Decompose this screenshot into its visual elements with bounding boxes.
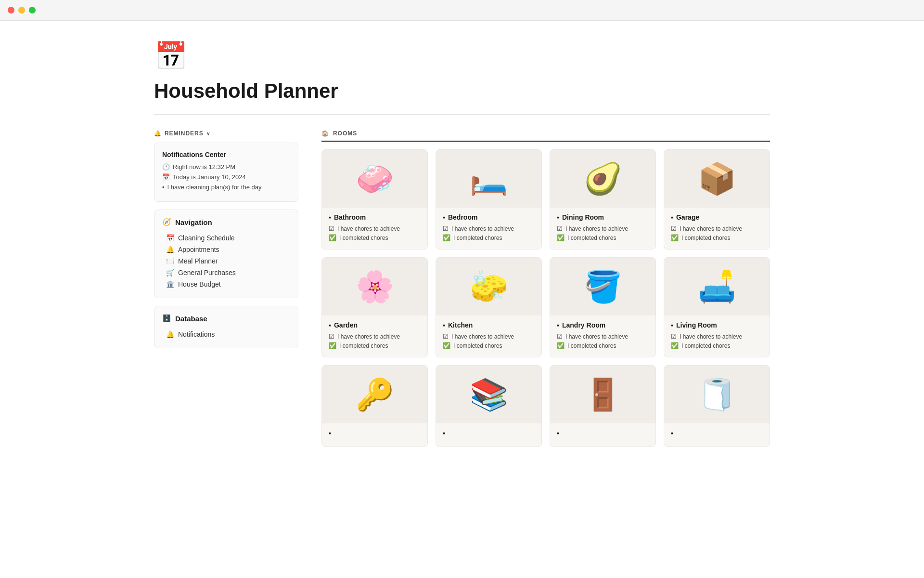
maximize-button[interactable] <box>29 7 36 13</box>
notifications-card: Notifications Center 🕐 Right now is 12:3… <box>154 143 298 202</box>
check-green-icon: ✅ <box>557 342 565 349</box>
landry-room-emoji: 🪣 <box>584 269 622 305</box>
kitchen-chores: ☑ I have chores to achieve <box>443 333 535 340</box>
rooms-header: 🏠 ROOMS <box>321 130 770 142</box>
room-card-garage-body: ▪ Garage ☑ I have chores to achieve ✅ I … <box>664 208 770 249</box>
room-icon: ▪ <box>671 213 673 221</box>
room-card-dining-room-body: ▪ Dining Room ☑ I have chores to achieve… <box>550 208 655 249</box>
rooms-section: 🏠 ROOMS 🧼 ▪ Bathroom ☑ <box>321 130 770 447</box>
bathroom-completed: ✅ I completed chores <box>329 234 421 241</box>
room-card-bathroom[interactable]: 🧼 ▪ Bathroom ☑ I have chores to achieve … <box>321 149 428 250</box>
living-room-completed: ✅ I completed chores <box>671 342 763 349</box>
room-icon: ▪ <box>671 321 673 329</box>
room-card-bathroom-title: ▪ Bathroom <box>329 213 421 221</box>
room-card-9[interactable]: 🔑 ▪ <box>321 365 428 447</box>
room-card-living-room-title: ▪ Living Room <box>671 321 763 329</box>
landry-room-completed: ✅ I completed chores <box>557 342 649 349</box>
minimize-button[interactable] <box>18 7 25 13</box>
page-icon: 📅 <box>154 40 770 72</box>
bedroom-emoji: 🛏️ <box>470 161 508 197</box>
room-card-9-title: ▪ <box>329 429 421 437</box>
living-room-emoji: 🛋️ <box>698 269 736 305</box>
room-card-landry-room-title: ▪ Landry Room <box>557 321 649 329</box>
room-card-kitchen[interactable]: 🧽 ▪ Kitchen ☑ I have chores to achieve ✅ <box>436 257 542 357</box>
page-divider <box>154 114 770 115</box>
room-card-garden[interactable]: 🌸 ▪ Garden ☑ I have chores to achieve ✅ <box>321 257 428 357</box>
room-card-10[interactable]: 📚 ▪ <box>436 365 542 447</box>
rooms-icon: 🏠 <box>321 130 329 137</box>
square-icon: ▪ <box>162 184 165 191</box>
meal-planner-icon: 🍽️ <box>166 257 174 265</box>
room-card-living-room[interactable]: 🛋️ ▪ Living Room ☑ I have chores to achi… <box>664 257 770 357</box>
calendar-icon: 📅 <box>162 173 170 181</box>
room-card-bathroom-body: ▪ Bathroom ☑ I have chores to achieve ✅ … <box>322 208 427 249</box>
rooms-label: ROOMS <box>333 130 357 137</box>
sidebar: 🔔 REMINDERS ∨ Notifications Center 🕐 Rig… <box>154 130 298 348</box>
room-icon: ▪ <box>329 213 331 221</box>
room-card-12-body: ▪ <box>664 423 770 447</box>
general-purchases-icon: 🛒 <box>166 269 174 276</box>
room-card-kitchen-body: ▪ Kitchen ☑ I have chores to achieve ✅ I… <box>436 315 541 357</box>
nav-item-notifications[interactable]: 🔔 Notifications <box>162 328 290 340</box>
room12-emoji: 🧻 <box>698 377 736 413</box>
room-icon: ▪ <box>329 321 331 329</box>
room-card-12-image: 🧻 <box>664 366 770 423</box>
nav-item-cleaning-schedule[interactable]: 📅 Cleaning Schedule <box>162 232 290 244</box>
room-card-12-title: ▪ <box>671 429 763 437</box>
garage-chores: ☑ I have chores to achieve <box>671 225 763 232</box>
room10-emoji: 📚 <box>470 377 508 413</box>
room-card-living-room-body: ▪ Living Room ☑ I have chores to achieve… <box>664 315 770 357</box>
room-card-bedroom-body: ▪ Bedroom ☑ I have chores to achieve ✅ I… <box>436 208 541 249</box>
nav-item-general-purchases[interactable]: 🛒 General Purchases <box>162 267 290 278</box>
room-icon: ▪ <box>557 429 559 437</box>
room-card-garden-title: ▪ Garden <box>329 321 421 329</box>
room-card-garden-body: ▪ Garden ☑ I have chores to achieve ✅ I … <box>322 315 427 357</box>
room-card-garage[interactable]: 📦 ▪ Garage ☑ I have chores to achieve ✅ <box>664 149 770 250</box>
garden-emoji: 🌸 <box>356 269 394 305</box>
room-card-10-title: ▪ <box>443 429 535 437</box>
room-icon: ▪ <box>557 213 559 221</box>
room-card-dining-room[interactable]: 🥑 ▪ Dining Room ☑ I have chores to achie… <box>550 149 656 250</box>
page-header: 📅 Household Planner <box>154 40 770 115</box>
checkbox-icon: ☑ <box>671 333 677 340</box>
chevron-down-icon: ∨ <box>206 131 210 136</box>
nav-item-appointments[interactable]: 🔔 Appointments <box>162 244 290 255</box>
appointments-icon: 🔔 <box>166 246 174 253</box>
room-icon: ▪ <box>443 429 445 437</box>
content-layout: 🔔 REMINDERS ∨ Notifications Center 🕐 Rig… <box>154 130 770 447</box>
room9-emoji: 🔑 <box>356 377 394 413</box>
room-icon: ▪ <box>443 213 445 221</box>
bell-icon: 🔔 <box>154 130 162 137</box>
dining-room-emoji: 🥑 <box>584 161 622 197</box>
room-card-garage-image: 📦 <box>664 150 770 208</box>
cleaning-schedule-icon: 📅 <box>166 234 174 242</box>
nav-card: 🧭 Navigation 📅 Cleaning Schedule 🔔 Appoi… <box>154 210 298 298</box>
room-card-11-body: ▪ <box>550 423 655 447</box>
checkbox-icon: ☑ <box>557 333 563 340</box>
room-icon: ▪ <box>443 321 445 329</box>
room-card-12[interactable]: 🧻 ▪ <box>664 365 770 447</box>
page-title: Household Planner <box>154 79 770 103</box>
room-card-11-image: 🚪 <box>550 366 655 423</box>
notification-item-time: 🕐 Right now is 12:32 PM <box>162 163 290 171</box>
room11-emoji: 🚪 <box>584 377 622 413</box>
checkbox-icon: ☑ <box>557 225 563 232</box>
nav-section-title: 🧭 Navigation <box>162 218 290 226</box>
nav-item-house-budget[interactable]: 🏛️ House Budget <box>162 278 290 290</box>
living-room-chores: ☑ I have chores to achieve <box>671 333 763 340</box>
nav-item-meal-planner[interactable]: 🍽️ Meal Planner <box>162 255 290 267</box>
room-card-landry-room[interactable]: 🪣 ▪ Landry Room ☑ I have chores to achie… <box>550 257 656 357</box>
room-card-11[interactable]: 🚪 ▪ <box>550 365 656 447</box>
reminders-label: REMINDERS <box>165 130 204 137</box>
checkbox-icon: ☑ <box>329 333 334 340</box>
room-card-garage-title: ▪ Garage <box>671 213 763 221</box>
room-card-bedroom[interactable]: 🛏️ ▪ Bedroom ☑ I have chores to achieve … <box>436 149 542 250</box>
room-card-living-room-image: 🛋️ <box>664 258 770 315</box>
kitchen-emoji: 🧽 <box>470 269 508 305</box>
garden-completed: ✅ I completed chores <box>329 342 421 349</box>
garage-completed: ✅ I completed chores <box>671 234 763 241</box>
close-button[interactable] <box>8 7 14 13</box>
room-card-11-title: ▪ <box>557 429 649 437</box>
bathroom-emoji: 🧼 <box>356 161 394 197</box>
room-card-kitchen-image: 🧽 <box>436 258 541 315</box>
